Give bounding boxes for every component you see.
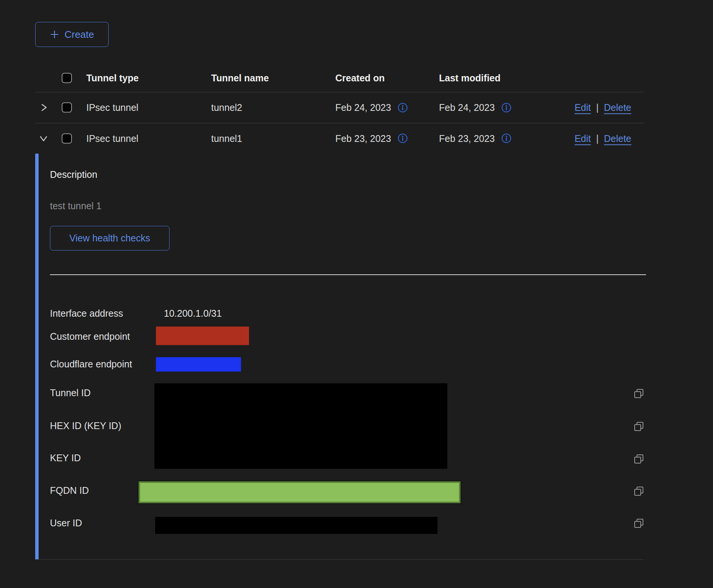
row-actions: Edit | Delete	[574, 133, 631, 144]
section-divider	[50, 274, 646, 275]
action-separator: |	[596, 102, 599, 113]
edit-link[interactable]: Edit	[574, 102, 591, 113]
redacted-value-cloudflare-endpoint	[156, 357, 241, 372]
redacted-value-user-id	[155, 517, 437, 534]
cell-last-modified: Feb 23, 2023	[439, 133, 512, 144]
redacted-value-ids-block	[154, 383, 447, 469]
edit-link[interactable]: Edit	[574, 133, 591, 144]
delete-link[interactable]: Delete	[604, 102, 631, 113]
copy-tunnel-id-button[interactable]	[633, 387, 645, 400]
field-label-customer-endpoint: Customer endpoint	[50, 331, 130, 342]
action-separator: |	[596, 133, 599, 144]
column-header-tunnel-name: Tunnel name	[211, 72, 269, 83]
expanded-panel-tunnel1: Description test tunnel 1 View health ch…	[35, 154, 643, 559]
copy-key-id-button[interactable]	[633, 453, 645, 465]
copy-hex-id-button[interactable]	[633, 420, 645, 433]
chevron-right-icon[interactable]	[38, 102, 49, 113]
column-header-created-on: Created on	[335, 72, 385, 83]
plus-icon	[50, 30, 59, 39]
copy-icon	[633, 517, 645, 530]
expanded-bottom-divider	[35, 559, 643, 560]
copy-icon	[633, 453, 645, 465]
column-header-last-modified: Last modified	[439, 72, 501, 83]
field-label-user-id: User ID	[50, 518, 82, 529]
field-label-cloudflare-endpoint: Cloudflare endpoint	[50, 359, 132, 370]
cell-tunnel-type: IPsec tunnel	[86, 133, 139, 144]
field-label-hex-id: HEX ID (KEY ID)	[50, 420, 121, 431]
description-label: Description	[50, 169, 97, 180]
cell-last-modified: Feb 24, 2023	[439, 102, 512, 113]
info-icon[interactable]	[501, 102, 512, 113]
column-header-tunnel-type: Tunnel type	[86, 72, 139, 83]
copy-icon	[633, 485, 645, 498]
redacted-value-fqdn-id	[139, 481, 461, 503]
created-on-text: Feb 23, 2023	[335, 133, 391, 144]
cell-tunnel-type: IPsec tunnel	[86, 102, 139, 113]
table-row-tunnel2: IPsec tunnel tunnel2 Feb 24, 2023 Feb 24…	[35, 92, 643, 123]
redacted-value-customer-endpoint	[156, 327, 249, 345]
create-button[interactable]: Create	[35, 22, 109, 47]
info-icon[interactable]	[397, 102, 408, 113]
delete-link[interactable]: Delete	[604, 133, 631, 144]
table-row-tunnel1: IPsec tunnel tunnel1 Feb 23, 2023 Feb 23…	[35, 123, 643, 154]
created-on-text: Feb 24, 2023	[335, 102, 391, 113]
row-checkbox[interactable]	[62, 133, 72, 143]
copy-icon	[633, 420, 645, 433]
expanded-accent-bar	[35, 154, 39, 559]
field-label-tunnel-id: Tunnel ID	[50, 387, 90, 398]
last-modified-text: Feb 24, 2023	[439, 102, 495, 113]
last-modified-text: Feb 23, 2023	[439, 133, 495, 144]
field-value-interface-address: 10.200.1.0/31	[164, 308, 222, 319]
field-label-key-id: KEY ID	[50, 453, 81, 464]
description-value: test tunnel 1	[50, 201, 101, 212]
info-icon[interactable]	[397, 133, 408, 144]
chevron-down-icon[interactable]	[38, 133, 49, 144]
view-health-checks-button[interactable]: View health checks	[50, 226, 170, 250]
copy-fqdn-id-button[interactable]	[633, 485, 645, 498]
info-icon[interactable]	[501, 133, 512, 144]
cell-tunnel-name: tunnel1	[211, 133, 242, 144]
table-header-row: Tunnel type Tunnel name Created on Last …	[35, 64, 643, 92]
copy-user-id-button[interactable]	[633, 517, 645, 530]
select-all-checkbox[interactable]	[62, 73, 72, 83]
field-label-fqdn-id: FQDN ID	[50, 485, 89, 496]
field-label-interface-address: Interface address	[50, 308, 123, 319]
cell-tunnel-name: tunnel2	[211, 102, 242, 113]
copy-icon	[633, 387, 645, 400]
create-button-label: Create	[64, 29, 94, 40]
row-checkbox[interactable]	[62, 103, 72, 113]
cell-created-on: Feb 24, 2023	[335, 102, 408, 113]
cell-created-on: Feb 23, 2023	[335, 133, 408, 144]
row-actions: Edit | Delete	[574, 102, 631, 113]
